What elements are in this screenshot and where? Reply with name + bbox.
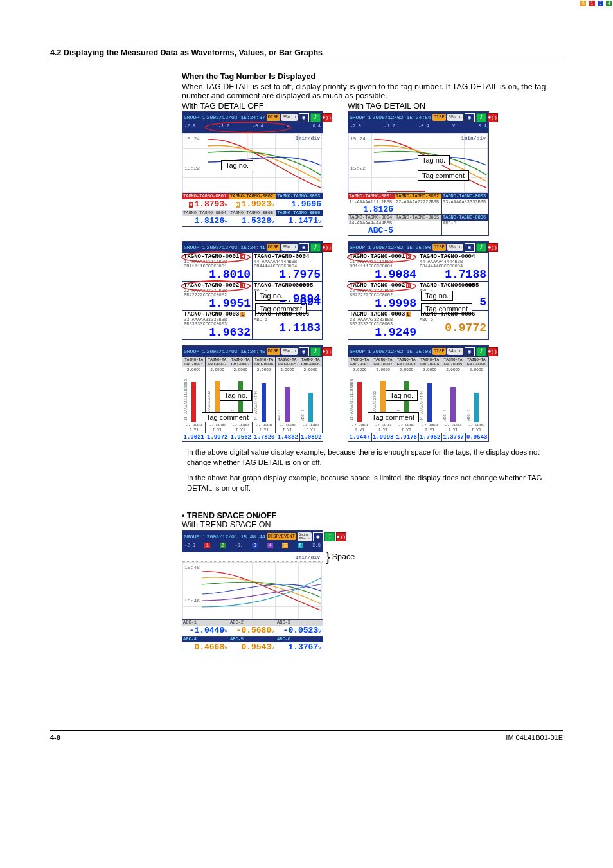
record-icon[interactable]: ●)) — [488, 243, 498, 252]
page-number: 4-8 — [50, 734, 60, 741]
key-icon[interactable]: ⤴ — [324, 532, 335, 541]
time-badge: 55min — [447, 244, 463, 251]
camera-icon[interactable]: ◉ — [299, 347, 309, 356]
tagnum-body: When TAG DETAIL is set to off, display p… — [182, 82, 563, 100]
key-icon[interactable]: ⤴ — [476, 113, 486, 122]
timestamp: 2008/12/02 15:24:56 — [373, 114, 431, 120]
camera-icon[interactable]: ◉ — [465, 347, 475, 356]
camera-icon[interactable]: ◉ — [465, 243, 475, 252]
disp-badge: DISP — [267, 244, 280, 251]
time-badge: 55min — [281, 244, 298, 251]
disp-badge: DISP — [432, 244, 446, 251]
digital-off-screen: GROUP 1 2008/12/02 15:24:41 DISP 55min ◉… — [182, 241, 323, 340]
wave-on-screen: GROUP 1 2008/12/02 15:24:56 DISP 55min ◉… — [348, 111, 489, 236]
record-icon[interactable]: ●)) — [322, 347, 332, 356]
digital-on-screen: GROUP 1 2008/12/02 15:25:00 DISP 55min ◉… — [348, 241, 489, 340]
camera-icon[interactable]: ◉ — [465, 113, 475, 122]
cap-off: With TAG DETAIL OFF — [182, 102, 322, 111]
callout-tagno: Tag no. — [220, 390, 252, 401]
callout-tagcomment: Tag comment — [202, 412, 253, 422]
note-bar: In the above bar graph display example, … — [187, 473, 563, 493]
group-label: GROUP 1 — [350, 114, 371, 120]
timestamp: 2008/12/02 15:24:41 — [207, 244, 265, 250]
group-label: GROUP 1 — [350, 244, 371, 250]
callout-tagno: Tag no. — [255, 291, 287, 301]
callout-tagcomment: Tag comment — [368, 412, 419, 422]
group-label: GROUP 1 — [184, 114, 206, 120]
doc-number: IM 04L41B01-01E — [506, 734, 563, 741]
key-icon[interactable]: ⤴ — [476, 243, 486, 252]
time-badge: 54min — [447, 348, 463, 355]
group-label: GROUP 1 — [350, 348, 371, 354]
record-icon[interactable]: ●)) — [488, 113, 498, 122]
time-badge: 55min — [447, 114, 463, 121]
key-icon[interactable]: ⤴ — [310, 243, 321, 252]
timestamp: 2008/12/02 15:24:45 — [207, 348, 265, 354]
wave-area: 15:24 15:22 1min/div Tag no. — [182, 133, 323, 193]
bar-off-screen: GROUP 1 2008/12/02 15:24:45 DISP 55min ◉… — [182, 345, 323, 442]
wave-area: 15:48 15:46 1min/div — [182, 562, 323, 619]
key-icon[interactable]: ⤴ — [476, 347, 486, 356]
trend-heading: TREND SPACE ON/OFF — [182, 511, 563, 520]
camera-icon[interactable]: ◉ — [299, 113, 309, 122]
timestamp: 2008/12/02 15:24:37 — [207, 114, 265, 120]
wave-off-screen: GROUP 1 2008/12/02 15:24:37 DISP 55min ◉… — [182, 111, 323, 227]
rate: 1min/div — [296, 554, 320, 560]
timestamp: 2008/12/02 15:25:03 — [373, 348, 431, 354]
time-badge: 55min — [281, 348, 298, 355]
callout-tagno: Tag no. — [386, 390, 418, 401]
callout-tagno: Tag no. — [418, 155, 450, 165]
scale-bar: -2.0-1.2-0.4V0.4 6 1 5 4 — [348, 123, 488, 133]
time-badge: 55min — [281, 114, 298, 121]
key-icon[interactable]: ⤴ — [310, 347, 321, 356]
record-icon[interactable]: ●)) — [322, 113, 332, 122]
camera-icon[interactable]: ◉ — [299, 243, 309, 252]
disp-badge: DISP — [267, 348, 280, 355]
tagnum-heading: When the Tag Number Is Displayed — [182, 72, 563, 81]
callout-tagcomment: Tag comment — [418, 170, 469, 181]
section-header: 4.2 Displaying the Measured Data as Wave… — [50, 48, 563, 60]
note-digital: In the above digital value display examp… — [187, 447, 563, 467]
wave-area: 15:24 15:22 1min/div Tag no. Tag comment — [348, 133, 488, 193]
bar-on-screen: GROUP 1 2008/12/02 15:25:03 DISP 54min ◉… — [348, 345, 489, 442]
scale-bar: -2.0 1 2 -0. 3 4 5 6 2.0 — [182, 542, 323, 552]
disp-badge: DISP — [432, 114, 446, 121]
group-label: GROUP 1 — [184, 348, 206, 354]
time-badge: 5min 30min — [298, 532, 312, 541]
cap-on: With TAG DETAIL ON — [348, 102, 488, 111]
trend-cap: With TREND SPACE ON — [182, 520, 563, 529]
group-label: GROUP 1 — [184, 244, 206, 250]
record-icon[interactable]: ●)) — [322, 243, 332, 252]
disp-badge: DISP — [432, 348, 446, 355]
timestamp: 2008/12/02 15:25:00 — [373, 244, 431, 250]
timestamp: 2008/12/01 15:48:44 — [207, 534, 265, 539]
callout-tagno: Tag no. — [221, 160, 253, 170]
group-label: GROUP 1 — [184, 534, 206, 539]
camera-icon[interactable]: ◉ — [313, 532, 323, 541]
record-icon[interactable]: ●)) — [336, 532, 346, 541]
trend-on-screen: GROUP 1 2008/12/01 15:48:44 DISP/EVENT 5… — [182, 530, 323, 653]
dispevent-badge: DISP/EVENT — [267, 533, 296, 540]
callout-tagno: Tag no. — [421, 291, 453, 301]
disp-badge: DISP — [267, 114, 280, 121]
space-label: } Space — [326, 552, 355, 561]
key-icon[interactable]: ⤴ — [310, 113, 321, 122]
record-icon[interactable]: ●)) — [488, 347, 498, 356]
